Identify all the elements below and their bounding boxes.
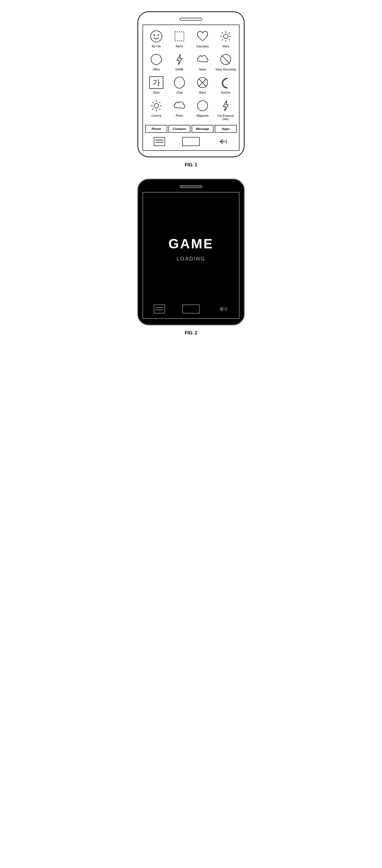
svg-rect-40 <box>182 305 200 313</box>
svg-rect-36 <box>182 137 200 146</box>
circle-plain2-icon <box>195 98 210 113</box>
svg-point-18 <box>174 77 184 88</box>
svg-line-27 <box>152 102 153 103</box>
app-magazine[interactable]: Magazine <box>192 97 213 122</box>
speaker <box>180 18 202 21</box>
dock-apps[interactable]: Apps <box>215 125 237 133</box>
svg-marker-13 <box>177 54 182 65</box>
no-sign-icon <box>218 52 233 67</box>
crescent-icon <box>218 75 233 90</box>
svg-point-0 <box>151 31 162 42</box>
game-loading: LOADING <box>177 256 205 262</box>
circle-plain-icon <box>172 75 187 90</box>
home-button-dark[interactable] <box>182 305 200 313</box>
svg-line-15 <box>222 56 230 63</box>
app-label-store: Store <box>222 45 229 48</box>
game-title: GAME <box>169 236 213 251</box>
app-label-office: Office <box>153 68 160 71</box>
svg-line-30 <box>152 108 153 110</box>
dock-row: Phone Contacts Message Apps <box>145 125 237 133</box>
app-car-expense[interactable]: Car Expense Diary <box>215 97 237 122</box>
svg-point-22 <box>154 103 158 108</box>
svg-rect-37 <box>154 305 165 313</box>
svg-line-12 <box>222 39 223 40</box>
app-news[interactable]: News <box>192 51 213 72</box>
svg-line-9 <box>222 32 223 34</box>
screen-fig1: My File Alarm Ca <box>143 25 239 151</box>
lightning-icon <box>172 52 187 67</box>
app-voice-recording[interactable]: Voice Recording <box>215 51 237 72</box>
app-photo[interactable]: Photo <box>169 97 190 122</box>
dock-message[interactable]: Message <box>192 125 213 133</box>
svg-line-28 <box>159 108 160 110</box>
app-game[interactable]: GAME <box>169 51 190 72</box>
svg-text:가: 가 <box>152 78 160 87</box>
app-label-auction: Auction <box>221 91 230 94</box>
app-camera[interactable]: Camera <box>145 97 167 122</box>
app-calculator[interactable]: Calculator <box>192 28 213 49</box>
app-label-my-file: My File <box>152 45 161 48</box>
smiley-icon <box>149 29 164 44</box>
app-label-camera: Camera <box>151 114 161 118</box>
dock-phone[interactable]: Phone <box>145 125 167 133</box>
fig2-container: GAME LOADING <box>138 179 244 336</box>
svg-line-10 <box>229 39 230 40</box>
fig1-label: FIG. 1 <box>185 162 197 167</box>
app-label-voice-recording: Voice Recording <box>215 68 236 71</box>
app-label-news: News <box>199 68 206 71</box>
app-office[interactable]: Office <box>145 51 167 72</box>
app-label-chat: Chat <box>176 91 182 94</box>
app-band[interactable]: Band <box>192 74 213 96</box>
app-label-calculator: Calculator <box>196 45 209 48</box>
square-icon <box>172 29 187 44</box>
fig2-label: FIG. 2 <box>185 331 197 336</box>
svg-line-29 <box>159 102 160 103</box>
cloud-small-icon <box>172 98 187 113</box>
korean-ga-icon: 가 <box>149 75 164 90</box>
sun-icon <box>218 29 233 44</box>
app-label-band: Band <box>199 91 206 94</box>
lightning2-icon <box>218 98 233 113</box>
screen-fig2: GAME LOADING <box>143 192 239 319</box>
app-chat[interactable]: Chat <box>169 74 190 96</box>
svg-rect-3 <box>175 32 184 41</box>
nav-bar <box>145 135 237 148</box>
svg-marker-32 <box>223 100 228 111</box>
cloud-icon <box>195 52 210 67</box>
menu-button-dark[interactable] <box>154 305 165 313</box>
sun-small-icon <box>149 98 164 113</box>
app-alarm[interactable]: Alarm <box>169 28 190 49</box>
app-label-alarm: Alarm <box>176 45 183 48</box>
app-grid: My File Alarm Ca <box>145 28 237 122</box>
fig1-container: My File Alarm Ca <box>138 11 244 167</box>
home-button[interactable] <box>182 137 200 146</box>
svg-point-1 <box>154 34 155 36</box>
heart-icon <box>195 29 210 44</box>
svg-line-11 <box>229 32 230 34</box>
app-store[interactable]: Store <box>215 28 237 49</box>
game-screen: GAME LOADING <box>145 195 237 303</box>
app-label-magazine: Magazine <box>196 114 208 118</box>
svg-point-31 <box>198 101 208 111</box>
svg-point-4 <box>224 34 228 39</box>
circle-rough-icon <box>149 52 164 67</box>
svg-rect-33 <box>154 137 165 146</box>
back-button[interactable] <box>217 137 228 146</box>
speaker-dark <box>180 185 202 188</box>
x-circle-icon <box>195 75 210 90</box>
app-auction[interactable]: Auction <box>215 74 237 96</box>
app-label-car-expense: Car Expense Diary <box>215 114 236 121</box>
menu-button[interactable] <box>154 137 165 146</box>
nav-bar-dark <box>145 303 237 315</box>
app-my-file[interactable]: My File <box>145 28 167 49</box>
back-button-dark[interactable] <box>217 305 228 313</box>
app-label-game: GAME <box>175 68 183 71</box>
app-story[interactable]: 가 Story <box>145 74 167 96</box>
app-label-story: Story <box>153 91 159 94</box>
svg-point-2 <box>158 34 159 36</box>
app-label-photo: Photo <box>176 114 183 118</box>
dock-contacts[interactable]: Contacts <box>169 125 190 133</box>
phone-fig2: GAME LOADING <box>138 179 244 325</box>
phone-fig1: My File Alarm Ca <box>138 11 244 157</box>
